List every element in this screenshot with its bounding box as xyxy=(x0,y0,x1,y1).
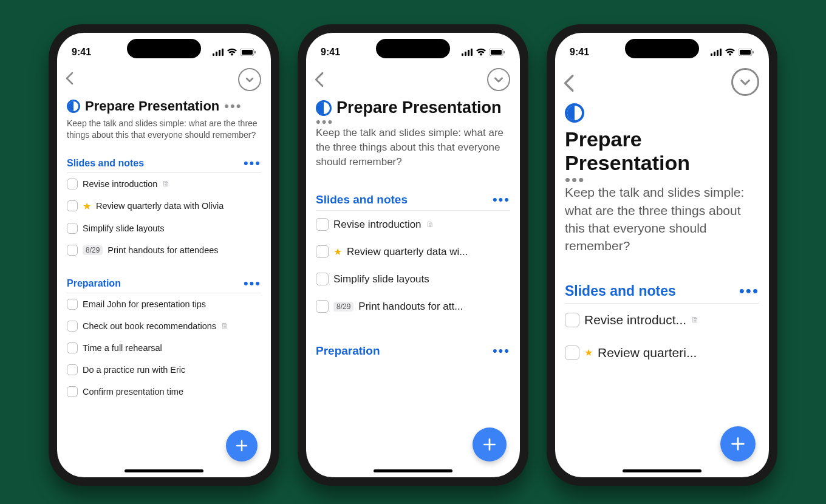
checkbox-icon[interactable] xyxy=(316,273,329,285)
wifi-icon xyxy=(725,49,735,56)
svg-rect-1 xyxy=(216,52,217,56)
checkbox-icon[interactable] xyxy=(67,342,78,353)
collapse-button[interactable] xyxy=(238,68,261,91)
checkbox-icon[interactable] xyxy=(316,218,329,231)
checkbox-icon[interactable] xyxy=(67,386,78,397)
dynamic-island xyxy=(625,39,699,58)
task-row[interactable]: ★Review quarterly data wi... xyxy=(316,238,510,265)
task-row[interactable]: Revise introduct...🗎 xyxy=(565,304,759,336)
task-row[interactable]: Check out book recommendations🗎 xyxy=(67,315,261,337)
star-icon: ★ xyxy=(83,200,91,212)
project-description: Keep the talk and slides simple: what ar… xyxy=(316,126,510,169)
file-icon: 🗎 xyxy=(691,315,699,324)
svg-rect-6 xyxy=(254,51,256,53)
battery-icon xyxy=(490,49,505,56)
wifi-icon xyxy=(476,49,486,56)
project-description: Keep the talk and slides simple: what ar… xyxy=(565,183,759,255)
svg-rect-15 xyxy=(714,52,715,56)
date-badge: 8/29 xyxy=(333,302,353,312)
svg-rect-19 xyxy=(740,50,751,55)
checkbox-icon[interactable] xyxy=(565,313,579,327)
star-icon: ★ xyxy=(584,347,593,358)
wifi-icon xyxy=(227,49,237,56)
svg-rect-10 xyxy=(471,49,473,56)
svg-rect-9 xyxy=(468,50,469,56)
section-title[interactable]: Preparation xyxy=(67,278,121,289)
task-row[interactable]: Revise introduction🗎 xyxy=(67,173,261,195)
task-row[interactable]: Simplify slide layouts xyxy=(316,265,510,293)
status-time: 9:41 xyxy=(321,47,340,58)
progress-icon xyxy=(67,100,80,113)
file-icon: 🗎 xyxy=(426,220,434,229)
progress-icon xyxy=(316,100,332,116)
back-button[interactable] xyxy=(64,72,80,87)
dynamic-island xyxy=(127,39,201,58)
collapse-button[interactable] xyxy=(731,68,759,96)
task-row[interactable]: Revise introduction🗎 xyxy=(316,211,510,238)
dynamic-island xyxy=(376,39,450,58)
section-title[interactable]: Slides and notes xyxy=(67,158,144,169)
checkbox-icon[interactable] xyxy=(316,300,329,313)
back-button[interactable] xyxy=(562,74,578,90)
svg-rect-2 xyxy=(219,50,220,56)
date-badge: 8/29 xyxy=(83,245,103,255)
svg-rect-0 xyxy=(213,53,214,56)
checkbox-icon[interactable] xyxy=(67,321,78,332)
progress-icon xyxy=(565,103,584,123)
file-icon: 🗎 xyxy=(162,179,170,188)
checkbox-icon[interactable] xyxy=(316,245,329,258)
section-title[interactable]: Slides and notes xyxy=(565,283,676,299)
add-button[interactable] xyxy=(720,426,756,461)
task-row[interactable]: Do a practice run with Eric xyxy=(67,359,261,381)
signal-icon xyxy=(711,49,722,56)
svg-rect-5 xyxy=(242,50,253,55)
page-title: Prepare Presentation xyxy=(336,98,502,117)
home-indicator[interactable] xyxy=(125,469,203,472)
back-button[interactable] xyxy=(313,72,329,87)
checkbox-icon[interactable] xyxy=(67,200,78,211)
signal-icon xyxy=(462,49,473,56)
section-title[interactable]: Slides and notes xyxy=(316,193,408,206)
add-button[interactable] xyxy=(473,427,507,461)
battery-icon xyxy=(241,49,256,56)
svg-rect-7 xyxy=(462,53,463,56)
svg-rect-8 xyxy=(465,52,466,56)
task-row[interactable]: Simplify slide layouts xyxy=(67,217,261,239)
home-indicator[interactable] xyxy=(374,469,452,472)
svg-rect-16 xyxy=(717,50,718,56)
section-title[interactable]: Preparation xyxy=(316,344,380,358)
checkbox-icon[interactable] xyxy=(67,299,78,310)
svg-rect-17 xyxy=(720,49,722,56)
status-time: 9:41 xyxy=(72,47,91,58)
checkbox-icon[interactable] xyxy=(67,179,78,189)
task-row[interactable]: 8/29Print handouts for attendees xyxy=(67,239,261,261)
svg-rect-14 xyxy=(711,53,712,56)
task-row[interactable]: ★Review quarterly data with Olivia xyxy=(67,195,261,217)
star-icon: ★ xyxy=(333,246,342,257)
task-row[interactable]: ★Review quarteri... xyxy=(565,336,759,369)
task-row[interactable]: Email John for presentation tips xyxy=(67,293,261,315)
add-button[interactable] xyxy=(226,430,258,461)
project-description: Keep the talk and slides simple: what ar… xyxy=(67,118,261,141)
collapse-button[interactable] xyxy=(487,68,510,91)
status-time: 9:41 xyxy=(570,47,589,58)
checkbox-icon[interactable] xyxy=(565,346,579,360)
task-row[interactable]: Confirm presentation time xyxy=(67,381,261,403)
svg-rect-20 xyxy=(753,51,754,53)
checkbox-icon[interactable] xyxy=(67,223,78,234)
page-title: Prepare Presentation xyxy=(565,128,759,175)
checkbox-icon[interactable] xyxy=(67,364,78,375)
checkbox-icon[interactable] xyxy=(67,245,78,256)
file-icon: 🗎 xyxy=(221,321,229,330)
battery-icon xyxy=(739,49,754,56)
svg-rect-12 xyxy=(491,50,502,55)
page-title: Prepare Presentation xyxy=(85,98,219,114)
signal-icon xyxy=(213,49,224,56)
svg-rect-3 xyxy=(222,49,224,56)
home-indicator[interactable] xyxy=(623,469,701,472)
svg-rect-13 xyxy=(503,51,505,53)
task-row[interactable]: 8/29Print handouts for att... xyxy=(316,293,510,320)
task-row[interactable]: Time a full rehearsal xyxy=(67,337,261,359)
